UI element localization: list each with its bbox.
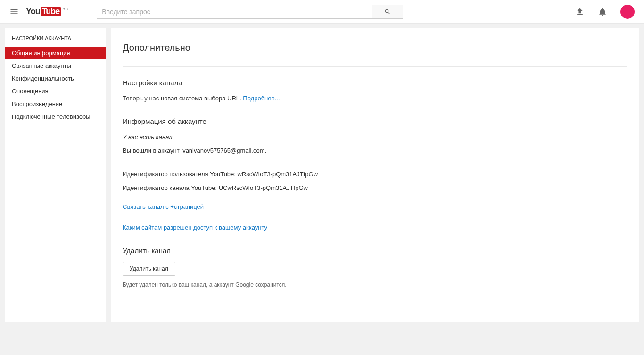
main-container: НАСТРОЙКИ АККАУНТА Общая информацияСвяза…	[0, 24, 644, 327]
channel-settings-text: Теперь у нас новая система выбора URL. П…	[123, 94, 627, 103]
link-plus-page-link[interactable]: Связать канал с +страницей	[123, 203, 204, 210]
footer: You Tube Язык: Русский Страна: Россия Бе…	[0, 355, 644, 362]
sidebar-item-2[interactable]: Конфиденциальность	[5, 72, 106, 85]
search-container	[97, 5, 403, 19]
page-title: Дополнительно	[123, 42, 627, 53]
main-content: Дополнительно Настройки канала Теперь у …	[111, 28, 639, 322]
channel-settings-section: Настройки канала Теперь у нас новая сист…	[123, 79, 627, 103]
channel-settings-desc: Теперь у нас новая система выбора URL.	[123, 95, 243, 102]
notifications-bell-icon[interactable]	[598, 7, 607, 16]
channel-id-text: Идентификатор канала YouTube: UCwRscWIoT…	[123, 183, 627, 193]
divider	[123, 66, 627, 67]
delete-channel-button[interactable]: Удалить канал	[123, 262, 175, 276]
has-channel-text: У вас есть канал.	[123, 132, 627, 142]
youtube-logo[interactable]: You Tube RU	[26, 7, 68, 16]
user-id-text: Идентификатор пользователя YouTube: wRsc…	[123, 170, 627, 179]
search-input[interactable]	[97, 5, 372, 19]
channel-settings-heading: Настройки канала	[123, 79, 627, 87]
sites-access-link[interactable]: Каким сайтам разрешен доступ к вашему ак…	[123, 224, 267, 231]
sidebar-item-3[interactable]: Оповещения	[5, 85, 106, 98]
sidebar-title: НАСТРОЙКИ АККАУНТА	[5, 28, 106, 47]
sidebar-item-4[interactable]: Воспроизведение	[5, 98, 106, 110]
logo-region: RU	[62, 7, 68, 11]
avatar[interactable]	[620, 5, 635, 19]
search-button[interactable]	[372, 5, 403, 19]
sidebar: НАСТРОЙКИ АККАУНТА Общая информацияСвяза…	[5, 28, 106, 322]
search-icon	[384, 8, 391, 15]
delete-channel-section: Удалить канал Удалить канал Будет удален…	[123, 247, 627, 289]
signed-in-text: Вы вошли в аккаунт ivanivanov575765@gmai…	[123, 146, 627, 156]
account-info-heading: Информация об аккаунте	[123, 117, 627, 125]
delete-channel-note: Будет удален только ваш канал, а аккаунт…	[123, 280, 627, 289]
upload-icon[interactable]	[575, 7, 585, 16]
app-header: You Tube RU	[0, 0, 644, 24]
hamburger-menu-icon[interactable]	[9, 7, 19, 16]
delete-channel-heading: Удалить канал	[123, 247, 627, 255]
logo-text-you: You	[26, 7, 40, 16]
sidebar-item-1[interactable]: Связанные аккаунты	[5, 59, 106, 72]
sidebar-item-0[interactable]: Общая информация	[5, 47, 106, 59]
header-right	[575, 5, 635, 19]
logo-text-tube: Tube	[41, 7, 61, 16]
sidebar-item-5[interactable]: Подключенные телевизоры	[5, 110, 106, 123]
account-info-section: Информация об аккаунте У вас есть канал.…	[123, 117, 627, 232]
learn-more-link[interactable]: Подробнее…	[243, 95, 281, 102]
